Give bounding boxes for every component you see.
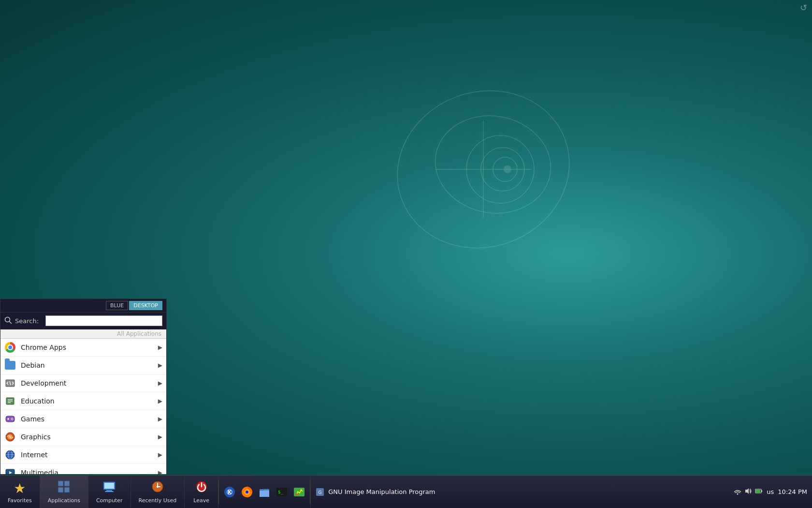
menu-item-multimedia[interactable]: Multimedia ▶ (0, 464, 166, 474)
svg-point-40 (157, 486, 159, 488)
tray-volume-icon[interactable] (744, 487, 752, 496)
menu-item-games[interactable]: Games ▶ (0, 410, 166, 428)
active-app-label: GNU Image Manipulation Program (328, 488, 435, 495)
svg-rect-29 (58, 481, 63, 486)
taskbar-tab-favorites[interactable]: ★ Favorites (0, 476, 40, 508)
svg-line-9 (10, 321, 12, 323)
menu-items-scroll[interactable]: Chrome Apps ▶ Debian ▶ (0, 339, 166, 474)
quick-launch-area: K $_ (219, 476, 310, 508)
internet-label: Internet (21, 451, 158, 459)
menu-tab-group: BLUE DESKTOP (106, 301, 162, 310)
menu-item-graphics[interactable]: Graphics ▶ (0, 428, 166, 446)
taskbar-menu-tabs: ★ Favorites Applications (0, 476, 218, 508)
svg-rect-53 (294, 488, 304, 496)
development-arrow: ▶ (158, 380, 162, 387)
taskbar-tab-leave[interactable]: Leave (185, 476, 218, 508)
tray-language[interactable]: us (767, 488, 774, 495)
menu-items-list: Chrome Apps ▶ Debian ▶ (0, 339, 166, 474)
active-app-bar: G GNU Image Manipulation Program (310, 476, 440, 508)
debian-swirl-logo (387, 73, 580, 266)
debian-arrow: ▶ (158, 362, 162, 369)
terminal-button[interactable]: $_ (274, 484, 290, 500)
internet-arrow: ▶ (158, 451, 162, 458)
svg-rect-60 (761, 490, 762, 492)
recently-used-label: Recently Used (139, 497, 177, 504)
maps-button[interactable] (291, 484, 307, 500)
debian-icon (4, 359, 16, 371)
applications-label: Applications (48, 497, 80, 504)
games-arrow: ▶ (158, 416, 162, 422)
education-label: Education (21, 397, 158, 405)
internet-icon (4, 449, 16, 461)
menu-item-internet[interactable]: Internet ▶ (0, 446, 166, 464)
taskbar-tab-computer[interactable]: Computer (88, 476, 131, 508)
svg-rect-32 (64, 487, 70, 493)
menu-tab-blue[interactable]: BLUE (106, 301, 128, 310)
favorites-icon: ★ (14, 480, 26, 496)
svg-point-48 (246, 491, 248, 493)
kde-button[interactable]: K (222, 484, 237, 500)
svg-rect-50 (260, 491, 269, 497)
taskbar-tab-recently-used[interactable]: Recently Used (131, 476, 185, 508)
menu-header: BLUE DESKTOP (0, 299, 166, 313)
application-menu: BLUE DESKTOP Search: All Applications Ch… (0, 299, 167, 474)
svg-point-1 (427, 107, 558, 223)
taskbar: ★ Favorites Applications (0, 475, 812, 508)
multimedia-arrow: ▶ (158, 469, 162, 474)
menu-item-debian[interactable]: Debian ▶ (0, 357, 166, 374)
games-icon (4, 413, 16, 425)
multimedia-label: Multimedia (21, 469, 158, 474)
computer-label: Computer (96, 497, 123, 504)
menu-item-education[interactable]: Education ▶ (0, 392, 166, 410)
multimedia-icon (4, 467, 16, 474)
svg-text:K: K (228, 490, 232, 495)
svg-rect-35 (105, 491, 114, 492)
graphics-label: Graphics (21, 433, 158, 441)
chrome-apps-arrow: ▶ (158, 344, 162, 351)
taskbar-tab-applications[interactable]: Applications (40, 476, 88, 508)
debian-label: Debian (21, 361, 158, 369)
chrome-apps-icon (4, 342, 16, 353)
graphics-icon (4, 431, 16, 443)
leave-icon (195, 480, 208, 496)
education-arrow: ▶ (158, 398, 162, 404)
tray-clock[interactable]: 10:24 PM (778, 488, 807, 495)
tray-icons (734, 487, 763, 496)
svg-rect-36 (104, 483, 114, 489)
menu-item-chrome-apps[interactable]: Chrome Apps ▶ (0, 339, 166, 357)
active-app-icon: G (316, 488, 324, 496)
chrome-apps-label: Chrome Apps (21, 344, 158, 351)
svg-rect-61 (756, 490, 760, 493)
svg-rect-31 (58, 487, 63, 493)
menu-item-development[interactable]: Development ▶ (0, 374, 166, 392)
menu-tab-desktop[interactable]: DESKTOP (129, 301, 162, 310)
all-applications-label: All Applications (0, 329, 166, 339)
computer-icon (102, 480, 116, 496)
search-label: Search: (15, 317, 39, 325)
games-label: Games (21, 415, 158, 423)
svg-text:G: G (319, 490, 322, 495)
svg-point-54 (296, 493, 298, 495)
recently-used-icon (151, 480, 164, 496)
top-right-settings-icon[interactable]: ↺ (800, 2, 807, 13)
system-tray: us 10:24 PM (729, 476, 812, 508)
graphics-arrow: ▶ (158, 433, 162, 440)
education-icon (4, 395, 16, 407)
menu-search-bar: Search: (0, 313, 166, 329)
favorites-label: Favorites (8, 497, 32, 504)
tray-battery-icon[interactable] (755, 487, 763, 496)
svg-rect-30 (64, 481, 70, 486)
svg-text:$_: $_ (278, 490, 283, 494)
svg-marker-58 (745, 488, 749, 494)
firefox-button[interactable] (239, 484, 255, 500)
development-icon (4, 377, 16, 389)
file-manager-button[interactable] (257, 484, 272, 500)
search-icon (4, 316, 12, 326)
applications-icon (57, 480, 71, 496)
leave-label: Leave (193, 497, 209, 504)
development-label: Development (21, 379, 158, 387)
tray-network-icon[interactable] (734, 487, 741, 496)
search-input[interactable] (45, 315, 162, 326)
svg-point-57 (737, 493, 739, 495)
